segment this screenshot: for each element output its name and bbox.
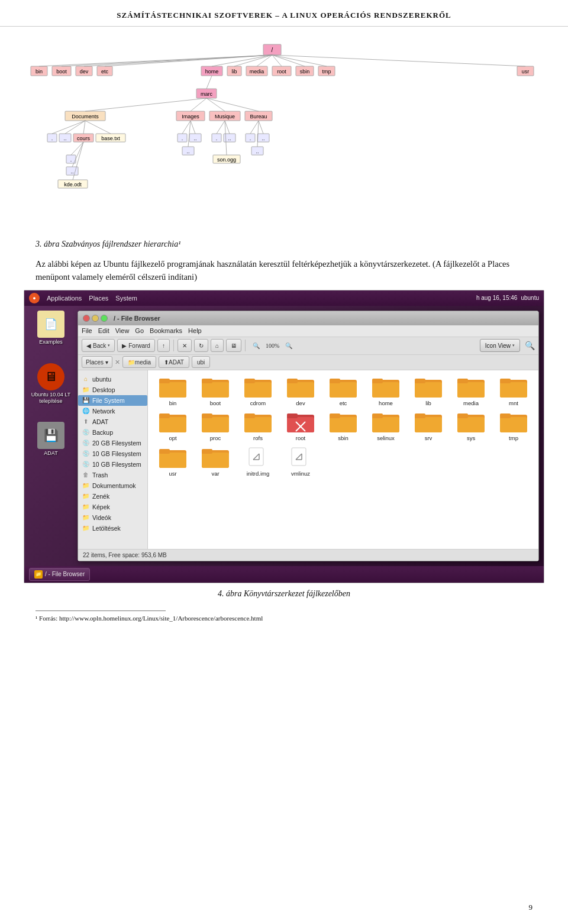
search-icon[interactable]: 🔍 (525, 341, 535, 351)
sidebar-item-10gb-2[interactable]: 💿 10 GB Filesystem (78, 459, 147, 470)
desktop-icon-ubuntu-install[interactable]: 🖥 Ubuntu 10.04 LT telepítése (29, 363, 73, 405)
computer-button[interactable]: 🖥 (226, 339, 241, 352)
menu-file[interactable]: File (82, 327, 92, 334)
folder-cdrom[interactable]: cdrom (238, 375, 278, 408)
sidebar-item-adat[interactable]: ⬆ ADAT (78, 416, 147, 427)
folder-srv[interactable]: srv (408, 410, 448, 442)
folder-media-label: media (463, 400, 479, 406)
svg-line-13 (105, 55, 272, 66)
taskbar-file-browser[interactable]: 📁 / - File Browser (29, 568, 90, 581)
topbar-applications[interactable]: Applications (47, 295, 82, 302)
sidebar-item-network[interactable]: 🌐 Network (78, 406, 147, 416)
letoltesek-icon: 📁 (82, 524, 90, 532)
adat-icon: 💾 (37, 422, 64, 449)
menu-go[interactable]: Go (135, 327, 144, 334)
places-button[interactable]: Places ▾ (82, 356, 112, 368)
folder-lib[interactable]: lib (408, 375, 448, 408)
folder-opt[interactable]: opt (153, 410, 193, 442)
stop-button[interactable]: ✕ (178, 339, 192, 352)
folder-home[interactable]: home (366, 375, 406, 408)
folder-etc[interactable]: etc (323, 375, 363, 408)
folder-usr[interactable]: usr (153, 445, 193, 478)
maximize-button[interactable] (101, 315, 108, 322)
svg-rect-155 (159, 453, 186, 468)
menu-bookmarks[interactable]: Bookmarks (150, 327, 182, 334)
svg-text:..: .. (63, 135, 66, 141)
folder-sbin[interactable]: sbin (323, 410, 363, 442)
topbar-system[interactable]: System (115, 295, 137, 302)
folder-boot-label: boot (210, 400, 221, 406)
sidebar-item-trash[interactable]: 🗑 Trash (78, 470, 147, 480)
sidebar-item-zenek[interactable]: 📁 Zenék (78, 491, 147, 502)
svg-rect-109 (287, 379, 298, 383)
svg-rect-150 (457, 413, 468, 418)
folder-home-label: home (379, 400, 393, 406)
sidebar-item-backup[interactable]: 💿 Backup (78, 427, 147, 438)
home-button[interactable]: ⌂ (211, 339, 224, 352)
back-button[interactable]: ◀ Back ▾ (82, 339, 115, 352)
sidebar-item-videok[interactable]: 📁 Videók (78, 512, 147, 523)
up-button[interactable]: ↑ (157, 339, 170, 352)
page-header: SZÁMÍTÁSTECHNIKAI SZOFTVEREK – A LINUX O… (0, 0, 568, 27)
filesystem-icon: 💾 (82, 396, 90, 405)
adat-path-button[interactable]: ⬆ ADAT (159, 356, 189, 368)
svg-text:dev: dev (80, 69, 89, 75)
body-text-1: Az alábbi képen az Ubuntu fájlkezelő pro… (36, 257, 532, 284)
folder-bin[interactable]: bin (153, 375, 193, 408)
folder-media[interactable]: media (451, 375, 491, 408)
file-manager-window: / - File Browser File Edit View Go Bookm… (78, 311, 539, 561)
close-button[interactable] (83, 315, 90, 322)
folder-proc[interactable]: proc (195, 410, 235, 442)
folder-rofs-icon (244, 411, 272, 434)
10gb-1-icon: 💿 (82, 450, 90, 458)
folder-boot[interactable]: boot (195, 375, 235, 408)
sidebar-item-letoltesek[interactable]: 📁 Letöltések (78, 523, 147, 534)
sidebar-item-dokumentumok[interactable]: 📁 Dokumentumok (78, 480, 147, 491)
file-vmlinuz-icon (287, 447, 314, 469)
folder-mnt[interactable]: mnt (493, 375, 534, 408)
desktop-icon-adat[interactable]: 💾 ADAT (37, 422, 64, 457)
header-title: SZÁMÍTÁSTECHNIKAI SZOFTVEREK – A LINUX O… (117, 11, 451, 20)
sidebar-item-filesystem[interactable]: 💾 File System (78, 395, 147, 406)
sidebar-item-ubuntu[interactable]: ⌂ ubuntu (78, 374, 147, 385)
sidebar-item-desktop[interactable]: 📁 Desktop (78, 385, 147, 395)
media-path-button[interactable]: 📁 media (122, 356, 156, 368)
topbar-places[interactable]: Places (89, 295, 108, 302)
svg-text:lib: lib (231, 69, 237, 75)
svg-rect-129 (202, 417, 229, 432)
sidebar-item-kepek[interactable]: 📁 Képek (78, 502, 147, 512)
svg-rect-144 (372, 413, 383, 418)
ubi-path-button[interactable]: ubi (192, 356, 210, 368)
refresh-button[interactable]: ↻ (194, 339, 208, 352)
folder-usr-label: usr (169, 470, 176, 477)
folder-dev[interactable]: dev (280, 375, 321, 408)
file-vmlinuz[interactable]: vmlinuz (280, 445, 321, 478)
folder-srv-icon (415, 411, 442, 434)
menu-view[interactable]: View (115, 327, 130, 334)
svg-rect-143 (372, 417, 399, 432)
minimize-button[interactable] (92, 315, 99, 322)
folder-var[interactable]: var (195, 445, 235, 478)
folder-home-icon (372, 376, 399, 399)
view-button[interactable]: Icon View ▾ (480, 339, 520, 352)
folder-rofs[interactable]: rofs (238, 410, 278, 442)
examples-icon: 📄 (37, 311, 64, 338)
menu-edit[interactable]: Edit (98, 327, 109, 334)
sidebar-item-20gb[interactable]: 💿 20 GB Filesystem (78, 438, 147, 448)
file-initrd[interactable]: initrd.img (238, 445, 278, 478)
folder-root[interactable]: root (280, 410, 321, 442)
folder-selinux[interactable]: selinux (366, 410, 406, 442)
folder-lib-icon (415, 376, 442, 399)
forward-button[interactable]: ▶ Forward (117, 339, 155, 352)
svg-rect-153 (500, 413, 511, 418)
10gb-2-icon: 💿 (82, 460, 90, 469)
folder-tmp[interactable]: tmp (493, 410, 534, 442)
desktop-icon-examples[interactable]: 📄 Examples (37, 311, 64, 345)
folder-sys[interactable]: sys (451, 410, 491, 442)
menu-help[interactable]: Help (188, 327, 202, 334)
folder-media-icon (457, 376, 485, 399)
svg-text:Documents: Documents (72, 114, 99, 119)
folder-sys-icon (457, 411, 485, 434)
svg-rect-158 (202, 453, 229, 468)
sidebar-item-10gb-1[interactable]: 💿 10 GB Filesystem (78, 448, 147, 459)
